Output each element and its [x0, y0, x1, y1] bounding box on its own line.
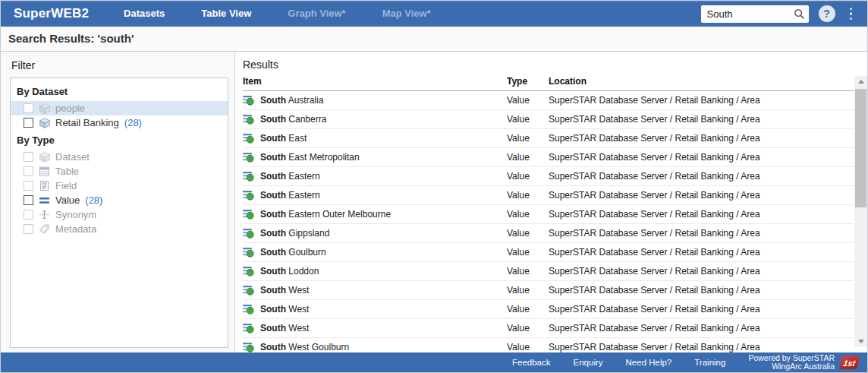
result-item-name: South West	[260, 285, 309, 296]
question-mark-icon: ?	[823, 8, 830, 20]
checkbox	[24, 103, 33, 113]
app-brand[interactable]: SuperWEB2	[1, 6, 105, 21]
filter-title: Filter	[11, 59, 234, 71]
value-globe-icon	[243, 133, 254, 144]
result-row[interactable]: South Goulburn Value SuperSTAR Database …	[243, 243, 854, 262]
result-row[interactable]: South East Metropolitan Value SuperSTAR …	[243, 148, 854, 167]
filter-section-items: Dataset Table Field Value (28)	[11, 150, 228, 236]
main-content: Filter By Dataset people Retail Banking …	[1, 52, 867, 352]
footer-link-training[interactable]: Training	[694, 358, 725, 367]
filter-item-label: Retail Banking	[55, 117, 119, 128]
result-name-highlight: South	[260, 133, 286, 144]
footer-links: FeedbackEnquiryNeed Help?Training	[512, 358, 725, 367]
result-name-rest: Australia	[286, 95, 323, 106]
footer: FeedbackEnquiryNeed Help?Training Powere…	[1, 352, 867, 372]
search-icon[interactable]	[794, 8, 805, 20]
result-name-rest: West Goulburn	[286, 342, 349, 352]
result-name-rest: West	[286, 285, 309, 296]
filter-item-field[interactable]: Field	[11, 179, 228, 193]
results-scrollbar[interactable]	[854, 76, 867, 347]
result-row[interactable]: South Australia Value SuperSTAR Database…	[243, 91, 854, 110]
result-row[interactable]: South Eastern Value SuperSTAR Database S…	[243, 186, 854, 205]
navbar-right: ?	[701, 5, 868, 24]
checkbox	[24, 152, 33, 162]
result-name-highlight: South	[260, 304, 286, 315]
filter-item-people[interactable]: people	[11, 101, 228, 115]
result-name-highlight: South	[260, 152, 286, 163]
checkbox[interactable]	[24, 118, 33, 128]
checkbox[interactable]	[24, 195, 33, 205]
result-location: SuperSTAR Database Server / Retail Banki…	[549, 323, 854, 333]
filter-item-label: Synonym	[55, 209, 96, 220]
filter-item-retail-banking[interactable]: Retail Banking (28)	[11, 115, 228, 130]
footer-link-need-help[interactable]: Need Help?	[626, 358, 672, 367]
result-location: SuperSTAR Database Server / Retail Banki…	[549, 342, 854, 352]
result-type: Value	[507, 304, 549, 315]
nav-item-graph-view: Graph View*	[269, 1, 363, 27]
value-globe-icon	[243, 304, 254, 315]
result-name-highlight: South	[260, 190, 286, 201]
result-name-rest: Eastern	[286, 190, 320, 201]
result-location: SuperSTAR Database Server / Retail Banki…	[549, 247, 854, 258]
scroll-up-icon[interactable]	[854, 76, 867, 87]
result-row[interactable]: South Canberra Value SuperSTAR Database …	[243, 110, 854, 129]
result-name-highlight: South	[260, 323, 286, 333]
result-item-cell: South West	[243, 304, 507, 315]
filter-section-heading: By Type	[11, 130, 228, 150]
result-type: Value	[507, 95, 549, 106]
help-button[interactable]: ?	[819, 5, 835, 22]
result-location: SuperSTAR Database Server / Retail Banki…	[549, 114, 854, 125]
filter-item-label: Value	[55, 194, 80, 206]
result-item-cell: South East	[243, 133, 507, 144]
result-row[interactable]: South West Value SuperSTAR Database Serv…	[243, 300, 854, 319]
value-globe-icon	[243, 209, 254, 220]
result-row[interactable]: South West Value SuperSTAR Database Serv…	[243, 319, 854, 338]
search-box	[701, 5, 809, 23]
filter-item-count: (28)	[85, 194, 102, 206]
filter-item-metadata[interactable]: Metadata	[11, 222, 228, 236]
nav-item-table-view[interactable]: Table View	[183, 1, 269, 27]
page-title: Search Results: 'south'	[1, 27, 867, 52]
value-globe-icon	[243, 342, 254, 352]
result-item-cell: South Loddon	[243, 266, 507, 277]
result-name-rest: Goulburn	[286, 247, 326, 258]
filter-section: By Dataset people Retail Banking (28)	[11, 81, 228, 130]
result-row[interactable]: South East Value SuperSTAR Database Serv…	[243, 129, 854, 148]
result-item-cell: South West	[243, 323, 507, 333]
result-item-cell: South Eastern Outer Melbourne	[243, 209, 507, 220]
result-item-cell: South Goulburn	[243, 247, 507, 258]
wingarc-1st-logo[interactable]: 1st	[839, 356, 860, 369]
footer-link-enquiry[interactable]: Enquiry	[574, 358, 603, 367]
column-type: Type	[507, 76, 549, 87]
result-type: Value	[507, 266, 549, 277]
result-type: Value	[507, 209, 549, 220]
result-row[interactable]: South Eastern Outer Melbourne Value Supe…	[243, 205, 854, 224]
result-name-highlight: South	[260, 171, 286, 182]
value-globe-icon	[243, 266, 254, 277]
result-name-highlight: South	[260, 95, 286, 106]
result-item-cell: South West Goulburn	[243, 342, 507, 352]
filter-item-synonym[interactable]: Synonym	[11, 207, 228, 222]
footer-link-feedback[interactable]: Feedback	[512, 358, 551, 367]
result-row[interactable]: South Eastern Value SuperSTAR Database S…	[243, 167, 854, 186]
result-item-name: South East	[260, 133, 307, 144]
result-row[interactable]: South Loddon Value SuperSTAR Database Se…	[243, 262, 854, 281]
scrollbar-thumb[interactable]	[855, 89, 866, 207]
checkbox	[24, 181, 33, 191]
value-globe-icon	[243, 95, 254, 106]
scroll-down-icon[interactable]	[854, 336, 867, 347]
filter-item-dataset[interactable]: Dataset	[11, 150, 228, 164]
result-row[interactable]: South Gippsland Value SuperSTAR Database…	[243, 224, 854, 243]
result-item-name: South Australia	[260, 95, 323, 106]
overflow-menu-icon[interactable]	[845, 5, 857, 24]
result-name-rest: Gippsland	[286, 228, 329, 239]
search-input[interactable]	[701, 5, 809, 23]
result-row[interactable]: South West Goulburn Value SuperSTAR Data…	[243, 338, 854, 352]
filter-item-table[interactable]: Table	[11, 164, 228, 179]
value-globe-icon	[243, 171, 254, 182]
result-location: SuperSTAR Database Server / Retail Banki…	[549, 285, 854, 296]
nav-item-datasets[interactable]: Datasets	[105, 1, 183, 27]
result-row[interactable]: South West Value SuperSTAR Database Serv…	[243, 281, 854, 300]
filter-item-value[interactable]: Value (28)	[11, 193, 228, 207]
result-location: SuperSTAR Database Server / Retail Banki…	[549, 209, 854, 220]
